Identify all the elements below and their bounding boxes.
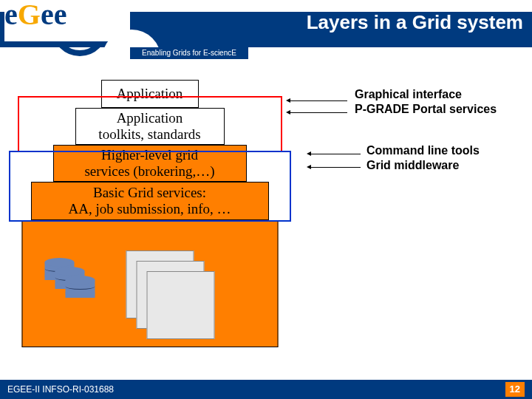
arrow-icon <box>288 100 347 101</box>
annotation-middleware: Command line tools Grid middleware <box>366 143 497 173</box>
arrow-icon <box>309 154 361 154</box>
footer: EGEE-II INFSO-RI-031688 12 <box>0 380 532 399</box>
arrow-icon <box>309 167 361 168</box>
slide-body: Application Application toolkits, standa… <box>0 74 532 369</box>
pyramid-stack: Application Application toolkits, standa… <box>22 80 277 353</box>
layer-toolkits: Application toolkits, standards <box>75 108 225 145</box>
annotation-line: Graphical interface <box>355 87 497 102</box>
layer-application: Application <box>101 80 199 108</box>
annotation-portal: Graphical interface P-GRADE Portal servi… <box>355 87 497 117</box>
layer-label: Application <box>117 86 183 102</box>
layer-label: Application toolkits, standards <box>98 110 200 143</box>
tagline: Enabling Grids for E-sciencE <box>130 47 248 59</box>
layer-basic-services: Basic Grid services: AA, job submission,… <box>31 182 269 220</box>
annotation-line: Grid middleware <box>366 158 497 173</box>
annotation-line: P-GRADE Portal services <box>355 102 497 117</box>
egee-logo: eGee <box>4 0 130 41</box>
header: eGee Layers in a Grid system <box>0 0 532 47</box>
footer-id: EGEE-II INFSO-RI-031688 <box>7 380 114 399</box>
layer-fabric <box>21 220 278 347</box>
annotation-line: Command line tools <box>366 143 497 158</box>
compute-node-icon <box>146 271 214 339</box>
layer-label: Basic Grid services: AA, job submission,… <box>68 185 231 217</box>
arrow-icon <box>288 112 347 113</box>
page-number: 12 <box>505 382 525 397</box>
slide-title: Layers in a Grid system <box>307 10 523 34</box>
layer-higher-services: Higher-level grid services (brokering,…) <box>53 145 247 182</box>
annotations: Graphical interface P-GRADE Portal servi… <box>355 87 497 173</box>
database-icon <box>65 276 95 301</box>
layer-label: Higher-level grid services (brokering,…) <box>84 147 214 180</box>
